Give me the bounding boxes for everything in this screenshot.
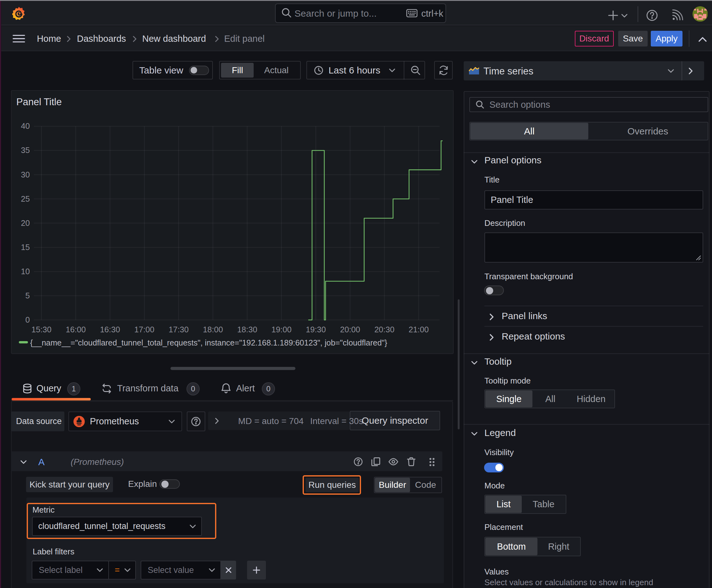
svg-text:{__name__="cloudflared_tunnel_: {__name__="cloudflared_tunnel_total_requ… (30, 338, 387, 347)
svg-text:40: 40 (21, 122, 30, 130)
svg-text:20: 20 (21, 218, 30, 227)
svg-text:5: 5 (25, 291, 30, 300)
svg-text:17:30: 17:30 (169, 325, 189, 334)
svg-text:21:00: 21:00 (409, 325, 429, 334)
svg-text:30: 30 (21, 170, 30, 179)
svg-text:19:00: 19:00 (272, 325, 292, 334)
svg-text:17:00: 17:00 (134, 325, 154, 334)
svg-text:19:30: 19:30 (306, 325, 326, 334)
svg-text:25: 25 (21, 194, 30, 203)
svg-text:35: 35 (21, 146, 30, 154)
svg-text:15:30: 15:30 (31, 325, 51, 334)
svg-text:18:00: 18:00 (203, 325, 223, 334)
svg-text:20:00: 20:00 (340, 325, 360, 334)
svg-text:18:30: 18:30 (237, 325, 257, 334)
svg-text:0: 0 (25, 315, 30, 324)
svg-text:20:30: 20:30 (374, 325, 394, 334)
svg-text:10: 10 (21, 267, 30, 276)
svg-text:16:00: 16:00 (66, 325, 86, 334)
svg-text:16:30: 16:30 (100, 325, 120, 334)
svg-text:15: 15 (21, 243, 30, 252)
